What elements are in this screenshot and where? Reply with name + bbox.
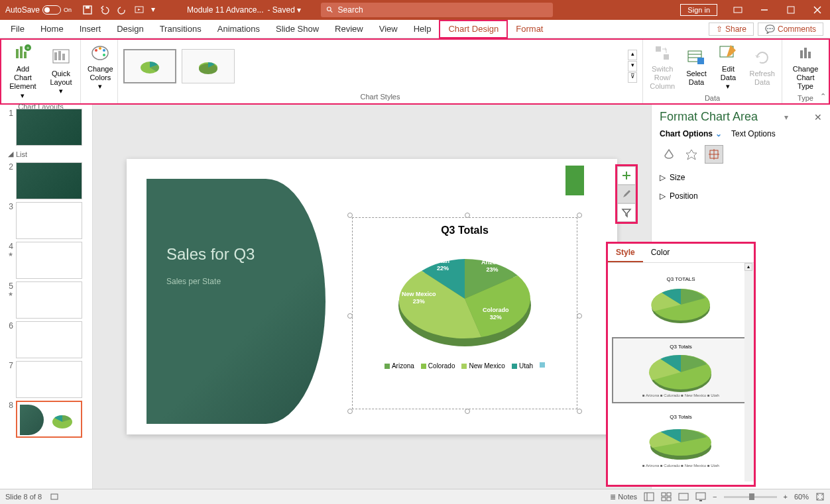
autosave-toggle[interactable]: AutoSave On — [0, 5, 77, 15]
view-slideshow-icon[interactable] — [695, 492, 706, 501]
popup-style-3[interactable]: Q3 Totals ■ Arizona ■ Colorado ■ New Mex… — [612, 407, 750, 474]
tab-animations[interactable]: Animations — [209, 20, 268, 38]
chart-styles-button[interactable] — [617, 185, 636, 203]
svg-point-21 — [99, 47, 101, 50]
select-data-button[interactable]: Select Data — [682, 46, 711, 88]
slide-indicator[interactable]: Slide 8 of 8 — [5, 493, 42, 501]
comments-button[interactable]: 💬Comments — [758, 23, 823, 36]
popup-tab-style[interactable]: Style — [608, 244, 643, 262]
ribbon-tabs: File Home Insert Design Transitions Anim… — [0, 20, 830, 38]
styles-down-icon[interactable]: ▾ — [628, 61, 637, 72]
chart-style-1[interactable] — [123, 49, 176, 83]
pie-label-utah: Utah22% — [436, 258, 449, 272]
edit-data-icon — [717, 42, 739, 64]
edit-data-button[interactable]: Edit Data ▾ — [713, 41, 742, 93]
quick-layout-button[interactable]: Quick Layout ▾ — [44, 46, 78, 97]
search-input[interactable] — [338, 5, 548, 15]
tab-review[interactable]: Review — [327, 20, 371, 38]
chart-quick-buttons — [615, 164, 638, 224]
zoom-level[interactable]: 60% — [794, 493, 809, 501]
autosave-switch[interactable] — [42, 5, 61, 15]
tab-file[interactable]: File — [3, 20, 32, 38]
svg-point-23 — [103, 54, 105, 56]
slide-thumb-3[interactable]: 3 — [0, 201, 92, 240]
qat-dropdown-icon[interactable]: ▾ — [151, 5, 155, 15]
styles-more-icon[interactable]: ⊽ — [628, 72, 637, 83]
add-chart-element-button[interactable]: + Add Chart Element ▾ — [4, 41, 42, 101]
notes-button[interactable]: ≣ Notes — [610, 493, 637, 501]
accessibility-icon[interactable] — [50, 492, 59, 501]
slide-thumb-1[interactable]: 1 — [0, 107, 92, 147]
pane-tab-chart-options[interactable]: Chart Options ⌄ — [660, 129, 722, 138]
pane-dropdown-icon[interactable]: ▾ — [784, 113, 788, 122]
save-state[interactable]: - Saved ▾ — [267, 5, 301, 15]
chart-filters-button[interactable] — [617, 203, 636, 222]
undo-icon[interactable] — [99, 5, 110, 15]
tab-insert[interactable]: Insert — [72, 20, 109, 38]
pane-close-icon[interactable]: ✕ — [814, 112, 822, 123]
change-chart-type-button[interactable]: Change Chart Type — [785, 41, 826, 93]
share-button[interactable]: ⇧Share — [709, 23, 754, 36]
pie-label-newmexico: New Mexico23% — [402, 291, 436, 305]
svg-rect-10 — [16, 49, 19, 58]
minimize-icon[interactable] — [752, 0, 777, 20]
save-icon[interactable] — [82, 5, 93, 15]
pane-section-position[interactable]: ▷Position — [660, 191, 822, 201]
svg-rect-34 — [800, 50, 803, 58]
chart-container[interactable]: Q3 Totals — [352, 217, 577, 409]
slide-thumb-7[interactable]: 7 — [0, 360, 92, 399]
chart-style-2[interactable] — [182, 49, 235, 83]
zoom-out-icon[interactable]: − — [713, 493, 717, 501]
size-properties-icon[interactable] — [705, 145, 723, 164]
signin-button[interactable]: Sign in — [680, 4, 717, 16]
tab-transitions[interactable]: Transitions — [152, 20, 209, 38]
view-sorter-icon[interactable] — [661, 492, 672, 501]
tab-help[interactable]: Help — [406, 20, 440, 38]
slide-title: Sales for Q3 — [166, 245, 306, 264]
popup-style-1[interactable]: Q3 TOTALS — [612, 267, 750, 333]
zoom-in-icon[interactable]: + — [784, 493, 788, 501]
view-normal-icon[interactable] — [644, 492, 654, 501]
change-colors-button[interactable]: Change Colors ▾ — [84, 41, 117, 93]
tab-chart-design[interactable]: Chart Design — [439, 20, 508, 38]
maximize-icon[interactable] — [778, 0, 803, 20]
tab-home[interactable]: Home — [32, 20, 72, 38]
slide-thumb-6[interactable]: 6 — [0, 320, 92, 360]
slide-thumb-2[interactable]: 2 — [0, 161, 92, 201]
slide-thumb-4[interactable]: 4★ — [0, 240, 92, 280]
pane-section-size[interactable]: ▷Size — [660, 173, 822, 182]
tab-format[interactable]: Format — [508, 20, 551, 38]
fit-window-icon[interactable] — [815, 492, 825, 501]
pane-title: Format Chart Area — [660, 110, 758, 124]
svg-rect-12 — [24, 52, 27, 58]
slide-thumb-5[interactable]: 5★ — [0, 280, 92, 320]
slide-thumbnails-panel[interactable]: 1 ◢List 2 3 4★ 5★ 6 7 8 — [0, 105, 93, 489]
redo-icon[interactable] — [117, 5, 127, 15]
tab-design[interactable]: Design — [109, 20, 151, 38]
tab-view[interactable]: View — [371, 20, 406, 38]
effects-icon[interactable] — [682, 145, 701, 164]
pie-label-colorado: Colorado32% — [483, 307, 509, 321]
zoom-slider[interactable] — [724, 496, 777, 498]
fill-line-icon[interactable] — [660, 145, 678, 164]
slideshow-icon[interactable] — [134, 5, 145, 15]
close-icon[interactable] — [805, 0, 830, 20]
quick-access-toolbar: ▾ — [77, 5, 160, 15]
slide-canvas[interactable]: Sales for Q3 Sales per State Q3 Totals — [93, 105, 651, 489]
collapse-ribbon-icon[interactable]: ⌃ — [820, 92, 826, 101]
popup-scrollbar[interactable]: ▴ — [744, 263, 754, 481]
search-box[interactable] — [321, 3, 553, 17]
styles-up-icon[interactable]: ▴ — [628, 50, 637, 60]
svg-rect-18 — [62, 54, 65, 60]
view-reading-icon[interactable] — [678, 492, 689, 501]
pane-tab-text-options[interactable]: Text Options — [731, 129, 776, 138]
slide: Sales for Q3 Sales per State Q3 Totals — [127, 159, 617, 434]
popup-tab-color[interactable]: Color — [643, 244, 678, 262]
slide-thumb-8[interactable]: 8 — [0, 399, 92, 439]
ribbon-display-icon[interactable] — [725, 0, 750, 20]
tab-slideshow[interactable]: Slide Show — [268, 20, 327, 38]
chart-title: Q3 Totals — [353, 218, 577, 239]
chart-elements-button[interactable] — [617, 166, 636, 185]
section-header[interactable]: ◢List — [0, 147, 92, 161]
popup-style-2[interactable]: Q3 Totals ■ Arizona ■ Colorado ■ New Mex… — [612, 337, 750, 403]
